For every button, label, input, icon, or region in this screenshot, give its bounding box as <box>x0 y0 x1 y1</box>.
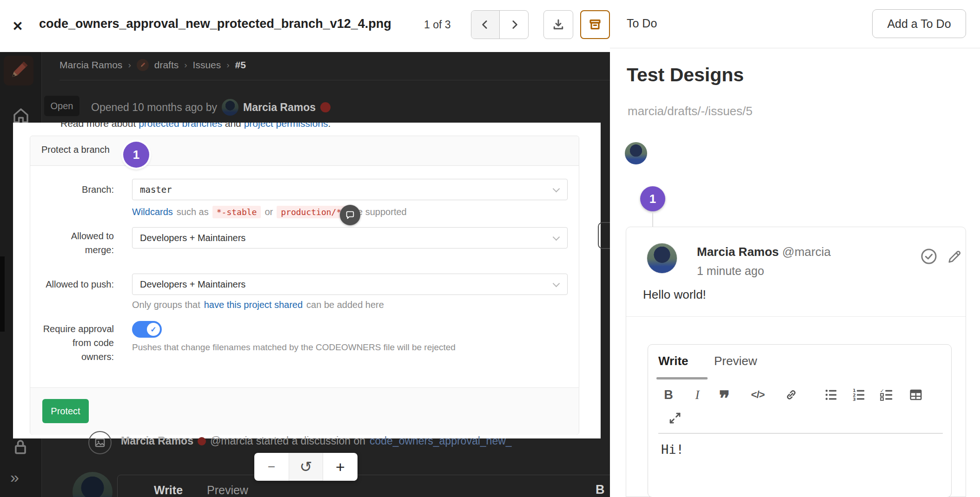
comment-body: Hello world! <box>643 288 706 302</box>
chevron-down-icon <box>553 185 560 193</box>
red-dot-emoji <box>198 437 206 445</box>
close-icon: ✕ <box>12 19 23 34</box>
code-button[interactable]: </> <box>748 386 767 404</box>
allowed-push-select: Developers + Maintainers <box>132 274 568 295</box>
zoom-in-button[interactable]: + <box>323 453 358 481</box>
reply-textarea[interactable]: Hi! <box>661 442 684 457</box>
discussion-event-row: Marcia Ramos @marcia started a discussio… <box>121 435 512 447</box>
task-list-button[interactable]: ✓ <box>878 386 896 404</box>
table-icon <box>909 388 923 402</box>
chevron-right-icon <box>508 19 520 31</box>
design-pin-badge[interactable]: 1 <box>123 142 149 168</box>
comment-timestamp[interactable]: 1 minute ago <box>697 264 764 278</box>
breadcrumb-project: drafts <box>154 59 179 71</box>
numbered-list-button[interactable]: 123 <box>850 386 868 404</box>
reset-zoom-icon: ↺ <box>300 458 312 476</box>
bold-icon: B <box>664 388 673 402</box>
card-header: Protect a branch <box>30 136 579 166</box>
svg-text:✓: ✓ <box>880 388 884 394</box>
design-position: 1 of 3 <box>424 19 451 31</box>
dimmed-divider <box>60 80 610 80</box>
participant-avatar[interactable] <box>625 142 647 164</box>
allowed-merge-label: Allowed to merge: <box>40 229 114 257</box>
project-avatar <box>4 56 33 85</box>
bullet-list-button[interactable] <box>822 386 841 404</box>
push-help: Only groups that have this project share… <box>132 300 384 310</box>
zoom-reset-button[interactable]: ↺ <box>289 453 323 481</box>
comment-pin-icon[interactable] <box>340 205 360 225</box>
download-icon <box>551 18 565 32</box>
project-shared-link: have this project shared <box>204 300 303 310</box>
link-icon <box>784 388 798 402</box>
minus-icon: − <box>268 459 275 474</box>
dimmed-tab-preview: Preview <box>207 484 248 497</box>
branch-value: master <box>140 184 172 195</box>
allowed-merge-select: Developers + Maintainers <box>132 227 568 248</box>
plus-icon: + <box>336 458 345 476</box>
discussion-author: Marcia Ramos <box>121 435 193 447</box>
resolve-thread-button[interactable] <box>919 247 939 266</box>
wildcards-help: Wildcards such as *-stable or production… <box>132 206 407 218</box>
comment-author-name[interactable]: Marcia Ramos @marcia <box>697 245 831 259</box>
add-todo-button[interactable]: Add a To Do <box>872 9 966 38</box>
active-nav-indicator <box>0 256 5 332</box>
todo-panel-title: To Do <box>627 17 657 30</box>
download-design-button[interactable] <box>543 10 573 39</box>
comment-divider <box>626 316 966 317</box>
bold-button[interactable]: B <box>659 386 678 404</box>
lock-icon <box>10 437 31 459</box>
reply-editor: Write Preview B I ❞ </> 123 ✓ <box>648 344 952 497</box>
active-tab-underline <box>656 377 708 379</box>
pencil-icon <box>946 248 963 265</box>
design-filename: code_owners_approval_new_protected_branc… <box>39 17 391 31</box>
wildcard-example-2: production/* <box>277 206 345 218</box>
branch-label: Branch: <box>40 183 114 196</box>
breadcrumb-issues: Issues <box>193 59 221 71</box>
comment-author-avatar[interactable] <box>647 243 677 274</box>
italic-icon: I <box>695 388 700 402</box>
edit-comment-button[interactable] <box>945 248 964 266</box>
dimmed-bold-icon: B <box>596 483 605 497</box>
dimmed-tab-write: Write <box>154 484 183 497</box>
approval-help: Pushes that change filenames matched by … <box>132 342 456 353</box>
issue-path[interactable]: marcia/drafts/-/issues/5 <box>628 104 753 118</box>
code-owner-approval-toggle: ✓ <box>132 321 162 338</box>
tab-write[interactable]: Write <box>658 354 689 368</box>
image-comment-icon <box>94 437 106 449</box>
comment-author-username[interactable]: @marcia <box>782 245 831 259</box>
previous-design-button[interactable] <box>471 11 500 39</box>
issue-title: Test Designs <box>627 64 744 86</box>
red-dot-emoji <box>320 102 331 112</box>
link-button[interactable] <box>782 386 801 404</box>
quote-icon: ❞ <box>719 386 730 410</box>
toggle-check-icon: ✓ <box>147 323 160 336</box>
breadcrumb-user: Marcia Ramos <box>60 59 122 71</box>
fullscreen-editor-button[interactable] <box>667 410 683 426</box>
quote-button[interactable]: ❞ <box>715 386 734 404</box>
italic-button[interactable]: I <box>688 386 707 404</box>
opened-text: Opened 10 months ago by <box>91 101 217 114</box>
close-button[interactable]: ✕ <box>8 17 27 35</box>
discussion-pin-badge[interactable]: 1 <box>640 186 665 211</box>
allowed-merge-value: Developers + Maintainers <box>140 233 245 243</box>
next-design-button[interactable] <box>500 11 528 39</box>
protect-branch-modal: Read more about protected branches and p… <box>13 123 601 438</box>
dimmed-author-avatar <box>222 99 238 116</box>
protected-branches-link: protected branches <box>139 123 222 129</box>
tab-preview[interactable]: Preview <box>714 354 757 368</box>
breadcrumb-separator: › <box>226 60 229 70</box>
archive-design-button[interactable] <box>580 10 610 39</box>
card-footer: Protect <box>30 387 579 435</box>
collapse-sidebar-icon: » <box>10 468 19 486</box>
chevron-left-icon <box>479 19 491 31</box>
zoom-out-button[interactable]: − <box>254 453 289 481</box>
panel-header-divider <box>610 48 980 48</box>
status-badge: Open <box>44 96 79 116</box>
speech-bubble-icon <box>345 210 355 220</box>
archive-icon <box>588 17 603 32</box>
code-icon: </> <box>751 389 765 401</box>
table-button[interactable] <box>907 386 925 404</box>
task-list-icon: ✓ <box>880 388 894 402</box>
bullet-list-icon <box>824 388 838 402</box>
design-canvas[interactable]: » Marcia Ramos › drafts › Issues › #5 Op… <box>0 52 610 497</box>
